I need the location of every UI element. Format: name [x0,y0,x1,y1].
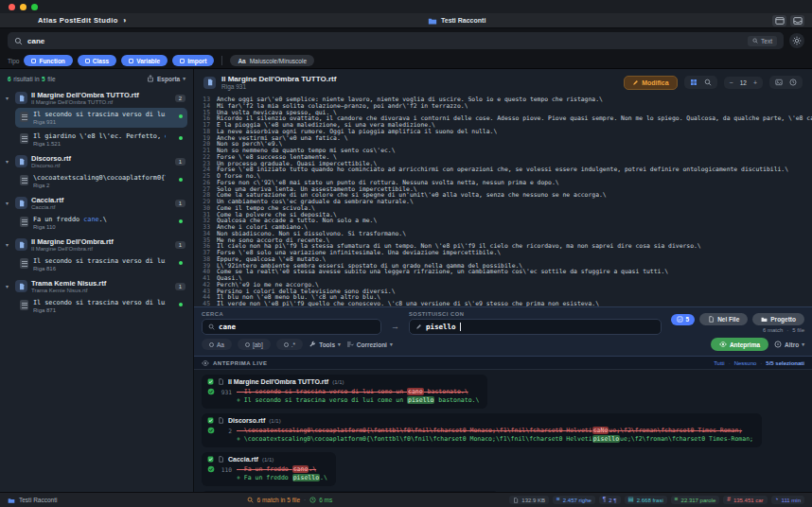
code-line: 44Il blu non \'e8 meno blu. \'c8 un altr… [194,294,812,301]
line-text: E la pioggia \'e8 una maledizione, si un… [217,122,435,129]
chevron-down-icon: ▾ [6,200,11,206]
file-icon [15,155,27,167]
font-decrease-button[interactable]: − [730,79,733,86]
preview-item-header[interactable]: Discorso.rtf(1/1) [207,417,753,424]
folder-icon [8,497,15,504]
document-icon [18,200,26,207]
window-tray-button[interactable] [790,15,804,26]
file-row[interactable]: ▾Trama Kemie Nisus.rtfTrama Kemie Nisus.… [0,276,193,295]
preview-file-name: Il Margine Dell'Ombra TUTTO.rtf [228,378,328,385]
filter-pill-class[interactable]: Class [78,55,116,66]
line-text: Quasi.\ [217,275,242,282]
code-editor[interactable]: 13Anche oggi sar\'e0 semplice: niente la… [194,96,812,306]
file-row[interactable]: ▾Il Margine Dell'Ombra.rtfIl Margine Del… [0,235,193,254]
document-icon [218,378,224,385]
result-line-number: Riga 2 [33,183,166,188]
code-line: 31Come la polvere che si deposita.\ [194,212,812,219]
file-row[interactable]: ▾Discorso.rtfDiscorso.rtf1 [0,151,193,170]
close-window-button[interactable] [9,4,15,10]
code-line: 37Forse \'e8 solo una variazione infinit… [194,250,812,256]
search-result-item[interactable]: \cocoatextscaling0\cocoaplatform0{\f…Rig… [15,171,187,191]
file-row[interactable]: ▾Caccia.rtfCaccia.rtf1 [0,193,193,212]
preview-list: Il Margine Dell'Ombra TUTTO.rtf(1/1)931-… [194,370,812,492]
code-line: 21Non so nemmeno da quanto tempo mi sent… [194,148,812,154]
replace-in-file-button[interactable]: Nel File [699,313,748,325]
result-text-col: Il secondo si trascina verso di lui…Riga… [33,299,166,313]
cerca-input[interactable]: cane [202,319,381,335]
search-result-item[interactable]: Il giardino \'e8 l\'ec. Perfetto, es…Rig… [15,130,187,149]
grid-view-icon[interactable] [690,79,697,86]
match-summary: 6 match · 5 file [763,327,804,333]
document-icon [206,79,214,86]
search-scope-badge[interactable]: Text [748,36,777,46]
line-text: Anche vestirmi sar\'e0 una fatica. \ [217,135,348,142]
match-count-badge: 1 [175,200,185,207]
search-result-item[interactable]: Fa un freddo cane.\Riga 110 [15,213,187,233]
search-result-item[interactable]: Il secondo si trascina verso di lui…Riga… [15,254,187,274]
filter-pill-function[interactable]: Function [24,55,72,66]
app-title-text: Atlas PostEdit Studio [38,16,118,25]
preview-item-header[interactable]: Il Margine Dell'Ombra TUTTO.rtf(1/1) [207,378,479,385]
history-icon[interactable] [789,79,797,86]
filter-pill-import[interactable]: Import [172,55,214,66]
document-icon [218,456,224,463]
window-tabs-button[interactable] [772,15,786,26]
file-names: Il Margine Dell'Ombra.rtfIl Margine Dell… [31,237,114,252]
match-dot [179,136,183,140]
nel-file-label: Nel File [717,316,739,323]
select-all-link[interactable]: Tutti [714,360,724,366]
sostituisci-input[interactable]: pisello [409,319,662,335]
font-increase-button[interactable]: + [753,79,757,86]
status-chip-text: 2 ¶ [609,498,616,503]
result-line-number: Riga 871 [33,307,166,313]
anteprima-label: Anteprima [730,341,760,348]
line-text: Eppure, qualcosa \'e8 mutato.\ [217,256,326,263]
anteprima-button[interactable]: Anteprima [711,338,768,351]
search-result-item[interactable]: Il secondo si trascina verso di lui…Riga… [15,108,187,128]
search-result-item[interactable]: Il secondo si trascina verso di lui…Riga… [15,296,187,316]
file-row[interactable]: ▾Il Margine Dell'Ombra TUTTO.rtfIl Margi… [0,88,193,107]
folder-icon [761,316,768,323]
tray-icon [793,16,803,26]
modifica-button[interactable]: Modifica [624,76,677,90]
modifica-label: Modifica [642,79,668,86]
line-text: Come se la realt\'e0 stessa avesse subit… [217,269,668,275]
toggle-label: .* [291,341,295,348]
preview-line-number: 2 [220,428,232,434]
tools-menu-button[interactable]: Tools ▾ [309,341,341,348]
rtf-doc-icon [20,217,28,227]
search-settings-button[interactable] [789,33,804,48]
code-line: 16Ricordo il silenzio ovattato, il cando… [194,115,812,122]
project-folder-chip[interactable]: Testi Racconti [428,16,485,26]
preview-item-header[interactable]: Caccia.rtf(1/1) [207,456,327,463]
case-sensitivity-pill[interactable]: Aa Maiuscole/Minuscole [230,55,314,66]
correzioni-menu-button[interactable]: Correzioni ▾ [346,341,393,348]
search-icon[interactable] [704,79,712,86]
select-none-link[interactable]: Nessuno [734,360,757,366]
circle-icon [774,341,782,348]
file-names: Caccia.rtfCaccia.rtf [31,196,63,210]
zoom-window-button[interactable] [31,4,38,10]
preview-header: ANTEPRIMA LIVE Tutti · Nessuno · 5/5 sel… [194,357,812,370]
line-text: Non sbiadiscono. Non si dissolvono. Si t… [217,231,406,237]
toggle-[interactable]: .* [276,339,303,350]
minimize-window-button[interactable] [20,4,26,10]
replace-in-project-button[interactable]: Progetto [752,313,804,325]
image-icon[interactable] [775,79,783,86]
export-button[interactable]: Esporta ▾ [147,75,185,82]
clock-icon [309,497,316,503]
preview-line-number: 931 [220,389,232,395]
toggle-ab[interactable]: [ab] [238,339,271,350]
altro-menu-button[interactable]: Altro ▾ [774,341,804,348]
search-input[interactable]: cane Text [8,32,784,49]
selected-count-badge[interactable]: 5 [671,314,696,325]
file-group: ▾Il Margine Dell'Ombra TUTTO.rtfIl Margi… [0,88,193,149]
radio-icon [284,342,289,347]
theme-toggle-icon[interactable]: ◑ [122,16,127,25]
toggle-aa[interactable]: Aa [202,339,232,350]
font-size-value: 12 [740,79,747,86]
filter-pill-variable[interactable]: Variable [121,55,168,66]
search-query: cane [27,37,44,45]
status-chip: ¶2 ¶ [599,496,621,505]
line-text: Come la polvere che si deposita.\ [217,212,337,219]
